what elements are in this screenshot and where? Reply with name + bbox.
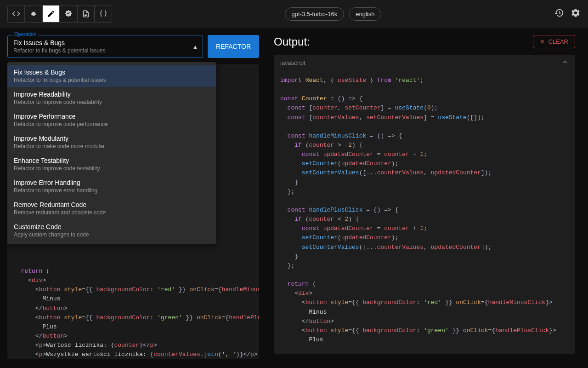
- dropdown-item-sub: Remove reduntant and obsolete code: [14, 209, 209, 216]
- left-panel: Operation Fix Issues & Bugs Refactor to …: [0, 28, 266, 368]
- dropdown-item[interactable]: Improve Error HandlingRefactor to improv…: [7, 175, 216, 197]
- topbar-right: [554, 8, 581, 20]
- code-icon[interactable]: [7, 5, 25, 23]
- dropdown-item-sub: Refactor to fix bugs & potential issues: [14, 77, 209, 83]
- dropdown-item[interactable]: Customize CodeApply custom changes to co…: [7, 219, 216, 242]
- main: Operation Fix Issues & Bugs Refactor to …: [0, 28, 588, 368]
- history-icon[interactable]: [554, 8, 564, 20]
- dropdown-item[interactable]: Enhance TestabilityRefactor to improve c…: [7, 153, 216, 175]
- dropdown-item-title: Fix Issues & Bugs: [14, 69, 209, 76]
- model-pill[interactable]: gpt-3.5-turbo-16k: [285, 7, 345, 21]
- dropdown-item-title: Improve Error Handling: [14, 179, 209, 186]
- operation-selected-title: Fix Issues & Bugs: [13, 39, 197, 46]
- dropdown-item-sub: Refactor to improve error handling: [14, 187, 209, 194]
- dropdown-item-title: Improve Readability: [14, 91, 209, 98]
- output-code: import React, { useState } from 'react';…: [274, 71, 575, 349]
- clear-button[interactable]: ✕ CLEAR: [533, 35, 575, 48]
- input-code: return ( <div> <button style={{ backgrou…: [7, 262, 259, 359]
- output-header: Output: ✕ CLEAR: [274, 35, 575, 48]
- clear-label: CLEAR: [548, 38, 568, 45]
- operation-label: Operation: [12, 31, 38, 37]
- dropdown-item-sub: Refactor to make code more modular: [14, 143, 209, 150]
- dropdown-item[interactable]: Improve ReadabilityRefactor to improve c…: [7, 87, 216, 109]
- chevron-up-icon[interactable]: [561, 58, 569, 67]
- operation-row: Operation Fix Issues & Bugs Refactor to …: [7, 35, 259, 58]
- topbar-center: gpt-3.5-turbo-16k english: [285, 7, 382, 21]
- dropdown-item-sub: Refactor to improve code performance: [14, 121, 209, 127]
- dropdown-item[interactable]: Improve ModularityRefactor to make code …: [7, 131, 216, 153]
- output-code-header[interactable]: javascript: [274, 55, 575, 71]
- verified-icon[interactable]: [60, 5, 77, 23]
- operation-select[interactable]: Operation Fix Issues & Bugs Refactor to …: [7, 35, 203, 58]
- doc-icon[interactable]: [77, 5, 95, 23]
- language-pill[interactable]: english: [349, 7, 381, 21]
- braces-icon[interactable]: [95, 5, 112, 23]
- dropdown-item-title: Improve Performance: [14, 113, 209, 120]
- operation-selected-sub: Refactor to fix bugs & potential issues: [13, 47, 197, 54]
- output-title: Output:: [274, 35, 310, 48]
- refactor-button[interactable]: REFACTOR: [208, 35, 259, 58]
- dropdown-item-sub: Refactor to improve code testability: [14, 165, 209, 172]
- dropdown-item-title: Enhance Testability: [14, 157, 209, 164]
- dropdown-item[interactable]: Remove Reduntant CodeRemove reduntant an…: [7, 197, 216, 219]
- dropdown-item-title: Improve Modularity: [14, 135, 209, 142]
- dropdown-item-sub: Refactor to improve code readability: [14, 99, 209, 105]
- output-code-block: javascript import React, { useState } fr…: [274, 55, 575, 354]
- dropdown-item-title: Remove Reduntant Code: [14, 201, 209, 208]
- dropdown-item-title: Customize Code: [14, 223, 209, 230]
- close-icon: ✕: [540, 38, 545, 45]
- chevron-up-icon: ▴: [193, 42, 197, 51]
- dropdown-item-sub: Apply custom changes to code: [14, 231, 209, 238]
- edit-icon[interactable]: [42, 5, 60, 23]
- topbar: gpt-3.5-turbo-16k english: [0, 0, 588, 28]
- dropdown-item[interactable]: Improve PerformanceRefactor to improve c…: [7, 109, 216, 131]
- operation-dropdown: Fix Issues & BugsRefactor to fix bugs & …: [7, 62, 216, 244]
- svg-rect-0: [32, 12, 35, 16]
- output-lang: javascript: [280, 59, 305, 66]
- bug-icon[interactable]: [25, 5, 42, 23]
- dropdown-item[interactable]: Fix Issues & BugsRefactor to fix bugs & …: [7, 65, 216, 87]
- right-panel: Output: ✕ CLEAR javascript import React,…: [266, 28, 588, 368]
- toolbar-icons: [7, 5, 112, 23]
- settings-icon[interactable]: [571, 8, 581, 20]
